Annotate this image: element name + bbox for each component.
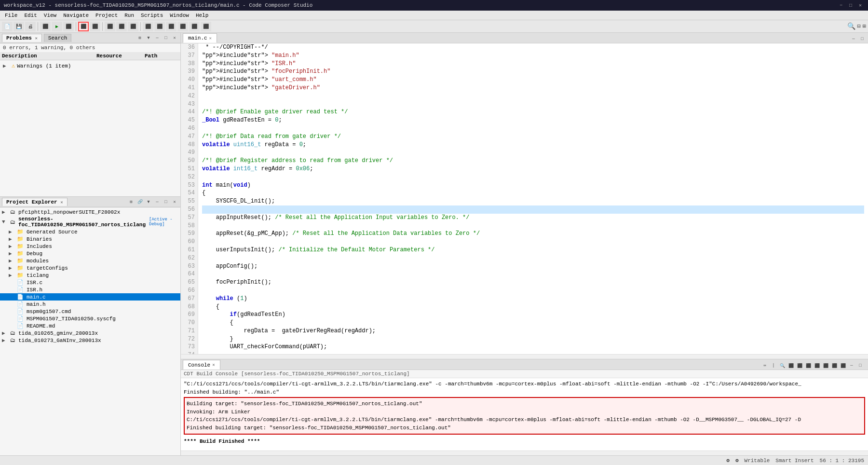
btn9[interactable]: ⬛ (90, 22, 100, 31)
console-toolbar-btn-9[interactable]: ⬛ (830, 362, 838, 369)
btn17[interactable]: ⬛ (189, 22, 200, 31)
close-button[interactable]: ✕ (856, 1, 864, 9)
tree-item[interactable]: 📄MSPM0G1507_TIDA010250.syscfg (0, 315, 180, 322)
console-minimize-btn[interactable]: — (848, 362, 855, 369)
tree-item-label: sensorless-foc_TIDA010250_MSPM0G1507_nor… (18, 216, 146, 228)
tree-file-icon: 📄 (17, 301, 24, 307)
build-btn[interactable]: ⬛ (40, 22, 51, 31)
btn18[interactable]: ⬛ (201, 22, 211, 31)
console-toolbar-btn-6[interactable]: ⬛ (804, 362, 812, 369)
console-toolbar-btn-1[interactable]: ⌨ (761, 362, 769, 369)
problem-group-warnings[interactable]: ▶ ⚠ Warnings (1 item) (0, 60, 180, 71)
menu-icon-2[interactable]: ⊞ (863, 23, 866, 30)
btn11[interactable]: ⬛ (116, 22, 127, 31)
status-writable: Writable (745, 458, 770, 464)
tree-item[interactable]: 📄main.c (0, 293, 180, 301)
console-toolbar-btn-3[interactable]: 🔍 (778, 362, 786, 369)
console-maximize-btn[interactable]: □ (856, 362, 864, 369)
explorer-minimize-btn[interactable]: — (153, 198, 161, 206)
console-toolbar-btn-4[interactable]: ⬛ (787, 362, 795, 369)
explorer-toolbar-btn-1[interactable]: ⊞ (127, 198, 135, 206)
console-toolbar: ⌨ | 🔍 ⬛ ⬛ ⬛ ⬛ ⬛ ⬛ ⬛ — □ (761, 362, 864, 369)
debug-btn[interactable]: ⬛ (63, 22, 74, 31)
btn14[interactable]: ⬛ (154, 22, 165, 31)
window-controls: − □ ✕ (837, 1, 864, 9)
tab-project-explorer[interactable]: Project Explorer ✕ (2, 198, 68, 206)
console-h-scroll[interactable] (181, 451, 868, 455)
tree-item[interactable]: ▶🗂tida_010265_gminv_280013x (0, 329, 180, 337)
console-tab-close[interactable]: ✕ (212, 362, 215, 368)
tree-item[interactable]: ▶🗂pfc1phttpl_nonpowerSUITE_F28002x (0, 208, 180, 216)
explorer-close-btn[interactable]: ✕ (171, 198, 178, 206)
menu-item-project[interactable]: Project (93, 12, 121, 19)
tree-item[interactable]: 📄ISR.h (0, 286, 180, 293)
btn15[interactable]: ⬛ (166, 22, 176, 31)
maximize-button[interactable]: □ (847, 1, 854, 9)
problem-group-header: ▶ ⚠ Warnings (1 item) (3, 61, 177, 70)
tab-console[interactable]: Console ✕ (183, 360, 220, 369)
tree-item[interactable]: ▶📁targetConfigs (0, 264, 180, 272)
console-toolbar-btn-10[interactable]: ⬛ (839, 362, 847, 369)
tree-expand-icon: ▶ (9, 250, 15, 257)
btn10[interactable]: ⬛ (105, 22, 115, 31)
btn13[interactable]: ⬛ (143, 22, 153, 31)
status-icon-2: ⚙ (735, 457, 739, 464)
minimize-button[interactable]: − (837, 1, 845, 9)
btn12[interactable]: ⬛ (128, 22, 138, 31)
problems-toolbar-btn-1[interactable]: ⊞ (136, 34, 144, 42)
menu-item-run[interactable]: Run (122, 12, 137, 19)
tree-item[interactable]: ▼🗂sensorless-foc_TIDA010250_MSPM0G1507_n… (0, 216, 180, 228)
menu-item-help[interactable]: Help (193, 12, 211, 19)
tree-item[interactable]: ▶📁Binaries (0, 235, 180, 243)
new-file-btn[interactable]: 📄 (2, 22, 13, 31)
tree-file-icon: 🗂 (10, 209, 15, 215)
tree-item[interactable]: ▶📁Includes (0, 243, 180, 250)
run-btn[interactable]: ▶ (52, 22, 62, 31)
menu-item-window[interactable]: Window (167, 12, 192, 19)
tree-item[interactable]: ▶📁Debug (0, 250, 180, 257)
tree-expand-icon: ▶ (9, 236, 15, 242)
code-content[interactable]: * --/COPYRIGHT--*/"pp">#include"str"> "m… (198, 43, 868, 354)
project-explorer: Project Explorer ✕ ⊞ 🔗 ▼ — □ ✕ ▶🗂pfc1pht… (0, 197, 180, 455)
tree-item[interactable]: ▶📁modules (0, 257, 180, 264)
editor-tab-close[interactable]: ✕ (209, 36, 212, 41)
save-btn[interactable]: 💾 (14, 22, 24, 31)
problems-minimize-btn[interactable]: — (153, 34, 161, 42)
code-editor[interactable]: 3637383940414243444546474849505152535455… (181, 43, 868, 354)
menu-icon-1[interactable]: ⊟ (857, 23, 861, 30)
explorer-toolbar-btn-2[interactable]: 🔗 (136, 198, 144, 206)
print-btn[interactable]: 🖨 (25, 22, 36, 31)
console-toolbar-btn-5[interactable]: ⬛ (796, 362, 803, 369)
tree-file-icon: 🗂 (10, 330, 15, 336)
console-toolbar-btn-2[interactable]: | (770, 362, 777, 369)
problems-toolbar-btn-2[interactable]: ▼ (145, 34, 152, 42)
tree-item-label: pfc1phttpl_nonpowerSUITE_F28002x (18, 209, 120, 215)
editor-maximize-btn[interactable]: □ (858, 35, 866, 43)
tree-item[interactable]: ▶📁Generated Source (0, 228, 180, 235)
menu-item-file[interactable]: File (2, 12, 20, 19)
btn16[interactable]: ⬛ (177, 22, 188, 31)
menu-item-scripts[interactable]: Scripts (138, 12, 166, 19)
menu-item-edit[interactable]: Edit (21, 12, 40, 19)
tree-item[interactable]: ▶📁ticlang (0, 272, 180, 279)
explorer-toolbar-btn-3[interactable]: ▼ (145, 198, 152, 206)
tab-search[interactable]: Search (44, 34, 72, 42)
menu-item-navigate[interactable]: Navigate (60, 12, 92, 19)
editor-minimize-btn[interactable]: — (850, 35, 857, 43)
editor-h-scroll[interactable] (181, 354, 868, 359)
tree-item[interactable]: 📄main.h (0, 301, 180, 308)
tree-item[interactable]: 📄ISR.c (0, 279, 180, 286)
problems-maximize-btn[interactable]: □ (162, 34, 170, 42)
btn8[interactable]: ⬛ (78, 22, 89, 31)
tree-item[interactable]: ▶🗂tida_010273_GaNInv_280013x (0, 337, 180, 344)
problems-close-btn[interactable]: ✕ (171, 34, 178, 42)
console-toolbar-btn-8[interactable]: ⬛ (822, 362, 829, 369)
toolbar-separator (140, 22, 141, 31)
explorer-maximize-btn[interactable]: □ (162, 198, 170, 206)
tree-item[interactable]: 📄README.md (0, 322, 180, 329)
tree-item[interactable]: 📄mspm0g1507.cmd (0, 308, 180, 315)
tab-main-c[interactable]: main.c ✕ (183, 33, 217, 43)
console-toolbar-btn-7[interactable]: ⬛ (813, 362, 821, 369)
menu-item-view[interactable]: View (41, 12, 59, 19)
tab-problems[interactable]: Problems ✕ (2, 34, 42, 42)
